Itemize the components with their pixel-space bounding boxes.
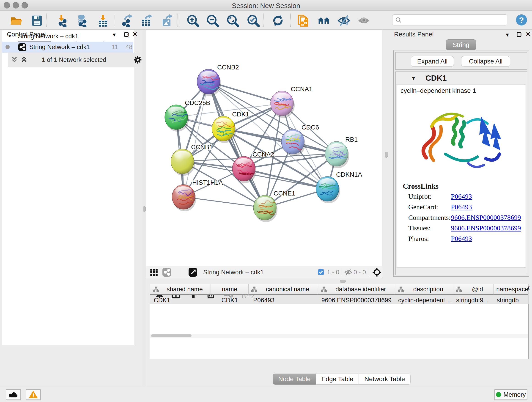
expand-all-button[interactable]: Expand All xyxy=(411,56,454,67)
column-header[interactable]: @id xyxy=(453,284,494,295)
float-panel-icon[interactable] xyxy=(516,32,522,38)
section-expander-icon[interactable]: ▼ xyxy=(411,75,416,81)
crosslink-label: Compartments: xyxy=(408,214,451,221)
left-splitter[interactable] xyxy=(143,30,146,386)
export-table-icon[interactable] xyxy=(140,14,153,27)
svg-text:CCNB1: CCNB1 xyxy=(191,143,213,151)
fit-center-crosshair-icon[interactable] xyxy=(372,268,381,278)
zoom-in-icon[interactable] xyxy=(186,14,199,27)
column-header[interactable]: shared name xyxy=(150,284,211,295)
network-options-gear-icon[interactable] xyxy=(133,56,142,65)
network-row[interactable]: String Network – cdk1 11 48 xyxy=(2,42,133,53)
scrollbar-thumb[interactable] xyxy=(151,334,191,337)
column-header[interactable]: database identifier xyxy=(318,284,395,295)
import-network-file-icon[interactable] xyxy=(57,14,70,27)
network-selection-summary: 1 of 1 Network selected xyxy=(8,56,140,64)
gene-section: ▼ CDK1 cyclin–dependent kinase 1 xyxy=(395,71,527,275)
table-cell[interactable]: stringdb xyxy=(494,295,528,305)
toolbar-search-field[interactable] xyxy=(392,14,507,26)
hidden-eye-icon[interactable] xyxy=(344,268,352,277)
toolbar-separator xyxy=(369,268,369,276)
horizontal-splitter[interactable] xyxy=(146,278,532,284)
table-cell[interactable]: CDK1 xyxy=(211,295,249,305)
toolbar-separator xyxy=(290,13,291,27)
network-collection-row[interactable]: ▼ String Network – cdk1 1 xyxy=(2,31,133,42)
network-view-title: String Network – cdk1 xyxy=(203,269,264,276)
hide-panels-eye-slash-icon[interactable] xyxy=(337,14,350,27)
tissues-link[interactable]: 9606.ENSP00000378699 xyxy=(451,224,521,232)
svg-text:RB1: RB1 xyxy=(345,136,358,143)
uniprot-link[interactable]: P06493 xyxy=(451,192,472,200)
import-network-database-icon[interactable] xyxy=(75,14,88,27)
toolbar-separator xyxy=(177,13,178,27)
table-horizontal-scrollbar[interactable] xyxy=(150,334,528,338)
results-outer-box: Expand All Collapse All ▼ CDK1 cyclin–de… xyxy=(393,50,529,277)
collapse-panel-icon[interactable]: ▾ xyxy=(506,31,509,38)
toolbar-separator xyxy=(181,268,181,276)
pharos-link[interactable]: P06493 xyxy=(451,235,472,242)
cloud-button[interactable] xyxy=(6,389,21,400)
svg-text:HIST1H1A: HIST1H1A xyxy=(192,179,223,186)
crosslink-label: GeneCard: xyxy=(408,203,438,211)
memory-button[interactable]: Memory xyxy=(494,389,527,400)
column-header[interactable]: canonical name xyxy=(249,284,318,295)
save-session-icon[interactable] xyxy=(30,14,43,27)
crosslinks-title: CrossLinks xyxy=(403,182,438,191)
tab-edge-table[interactable]: Edge Table xyxy=(316,374,359,385)
grid-view-icon[interactable] xyxy=(150,268,158,277)
collapse-all-button[interactable]: Collapse All xyxy=(461,56,510,67)
toolbar-separator xyxy=(114,13,114,27)
birds-eye-view-icon[interactable] xyxy=(189,268,197,277)
horizontal-splitter-handle[interactable] xyxy=(340,280,346,283)
refresh-icon[interactable] xyxy=(272,14,284,27)
toolbar-separator xyxy=(46,13,47,27)
column-header[interactable]: name xyxy=(211,284,249,295)
right-splitter-handle[interactable] xyxy=(385,152,388,158)
protein-structure-image xyxy=(413,99,510,182)
network-badge-icon[interactable] xyxy=(162,268,171,277)
svg-text:CDK1: CDK1 xyxy=(232,111,249,118)
svg-text:CDKN1A: CDKN1A xyxy=(336,171,362,178)
warnings-button[interactable] xyxy=(26,389,41,400)
zoom-out-icon[interactable] xyxy=(206,14,219,27)
gene-description: cyclin–dependent kinase 1 xyxy=(400,87,476,95)
tab-string[interactable]: String xyxy=(446,39,476,51)
network-graph[interactable]: CCNB2CCNA1CDC25BCDK1CDC6RB1CCNB1CCNA2CDK… xyxy=(146,30,382,266)
left-splitter-handle[interactable] xyxy=(143,206,146,212)
zoom-selected-icon[interactable] xyxy=(247,14,260,27)
tab-network-table[interactable]: Network Table xyxy=(359,374,411,385)
help-icon[interactable]: ? xyxy=(515,14,527,27)
current-network-dot-icon xyxy=(6,45,10,49)
genecard-link[interactable]: P06493 xyxy=(451,203,472,211)
table-cell[interactable]: P06493 xyxy=(249,295,318,305)
home-networks-icon[interactable] xyxy=(317,14,330,27)
gene-name: CDK1 xyxy=(425,74,447,83)
tab-node-table[interactable]: Node Table xyxy=(273,374,316,385)
selected-checkbox-icon[interactable] xyxy=(318,269,324,276)
import-table-icon[interactable] xyxy=(96,14,109,27)
table-cell[interactable]: cyclin-dependent ... xyxy=(395,295,453,305)
table-cell[interactable]: CDK1 xyxy=(150,295,211,305)
network-row-label: String Network – cdk1 xyxy=(29,44,90,51)
compartments-link[interactable]: 9606.ENSP00000378699 xyxy=(451,214,521,221)
close-panel-icon[interactable]: ✕ xyxy=(526,31,531,38)
export-network-icon[interactable] xyxy=(120,14,133,27)
column-header[interactable]: description xyxy=(395,284,453,295)
network-tree: ▼ String Network – cdk1 1 String Network… xyxy=(2,30,134,345)
tree-expander-icon[interactable]: ▼ xyxy=(7,33,12,39)
string-network-icon xyxy=(18,43,26,51)
string-document-icon[interactable] xyxy=(297,14,310,27)
crosslink-label: Pharos: xyxy=(408,235,429,242)
table-cell[interactable]: 9606.ENSP00000378699 xyxy=(318,295,395,305)
title-bar: Session: New Session xyxy=(0,0,532,11)
show-panels-eye-icon[interactable] xyxy=(357,14,370,27)
zoom-fit-icon[interactable] xyxy=(226,14,239,27)
hidden-count: 0 - 0 xyxy=(354,269,366,276)
column-header[interactable]: namespace xyxy=(494,284,528,295)
export-image-icon[interactable] xyxy=(160,14,173,27)
toolbar-separator xyxy=(341,268,341,276)
open-session-icon[interactable] xyxy=(10,14,22,27)
svg-text:CCNE1: CCNE1 xyxy=(273,190,295,197)
right-splitter[interactable] xyxy=(382,30,390,278)
table-cell[interactable]: stringdb:9... xyxy=(453,295,494,305)
